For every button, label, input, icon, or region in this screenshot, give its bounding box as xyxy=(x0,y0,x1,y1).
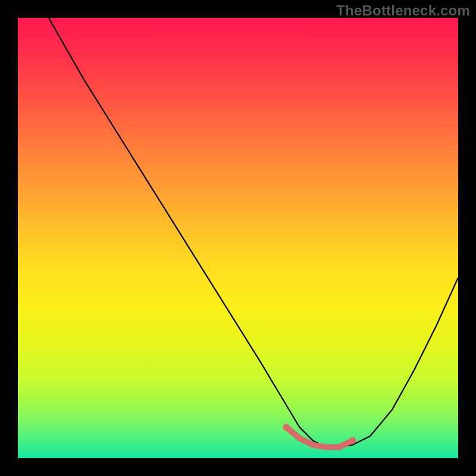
highlight-dot-left xyxy=(283,424,290,431)
highlight-segment xyxy=(286,427,352,447)
chart-svg xyxy=(18,18,458,458)
plot-area xyxy=(18,18,458,458)
bottleneck-curve xyxy=(49,18,458,447)
chart-frame: TheBottleneck.com xyxy=(0,0,476,476)
highlight-dot-right xyxy=(349,437,356,444)
watermark-text: TheBottleneck.com xyxy=(336,2,470,19)
